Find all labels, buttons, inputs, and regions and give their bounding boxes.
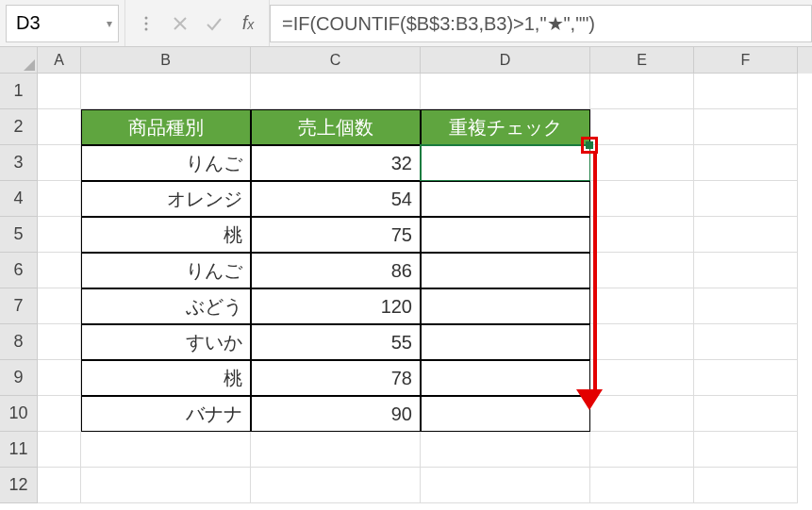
- cell-f5[interactable]: [694, 217, 798, 253]
- table-cell[interactable]: [421, 324, 590, 360]
- cell-a1[interactable]: [38, 74, 81, 109]
- table-cell[interactable]: 54: [251, 181, 421, 217]
- cell-a3[interactable]: [38, 145, 81, 181]
- col-header-a[interactable]: A: [38, 47, 81, 74]
- row-header[interactable]: 4: [0, 181, 38, 217]
- cell-e10[interactable]: [590, 396, 694, 432]
- fill-handle[interactable]: [586, 141, 593, 149]
- cell-f7[interactable]: [694, 288, 798, 324]
- cell-f9[interactable]: [694, 360, 798, 396]
- row-header[interactable]: 1: [0, 74, 38, 109]
- cell-e3[interactable]: [590, 145, 694, 181]
- dots-icon[interactable]: [133, 10, 159, 37]
- cell-c12[interactable]: [251, 468, 421, 503]
- cell-f8[interactable]: [694, 324, 798, 360]
- formula-bar-buttons: fx: [124, 0, 270, 46]
- table-cell[interactable]: 120: [251, 288, 421, 324]
- cell-e5[interactable]: [590, 217, 694, 253]
- col-header-e[interactable]: E: [590, 47, 694, 74]
- cell-c1[interactable]: [251, 74, 421, 109]
- cell-b11[interactable]: [81, 432, 251, 468]
- cell-a4[interactable]: [38, 181, 81, 217]
- cell-a8[interactable]: [38, 324, 81, 360]
- cell-a10[interactable]: [38, 396, 81, 432]
- cell-a7[interactable]: [38, 288, 81, 324]
- table-cell[interactable]: オレンジ: [81, 181, 251, 217]
- cell-b1[interactable]: [81, 74, 251, 109]
- table-cell[interactable]: 86: [251, 253, 421, 288]
- row-header[interactable]: 3: [0, 145, 38, 181]
- table-cell[interactable]: 32: [251, 145, 421, 181]
- table-cell[interactable]: 75: [251, 217, 421, 253]
- row-header[interactable]: 6: [0, 253, 38, 288]
- cell-f4[interactable]: [694, 181, 798, 217]
- cell-e4[interactable]: [590, 181, 694, 217]
- cell-e9[interactable]: [590, 360, 694, 396]
- cell-f6[interactable]: [694, 253, 798, 288]
- table-header[interactable]: 商品種別: [81, 109, 251, 145]
- cell-d1[interactable]: [421, 74, 590, 109]
- table-cell[interactable]: バナナ: [81, 396, 251, 432]
- row-header[interactable]: 9: [0, 360, 38, 396]
- row-header[interactable]: 2: [0, 109, 38, 145]
- formula-input[interactable]: =IF(COUNTIF($B$3:B3,B3)>1,"★",""): [270, 5, 812, 42]
- table-cell[interactable]: [421, 360, 590, 396]
- table-cell[interactable]: 桃: [81, 360, 251, 396]
- cell-f10[interactable]: [694, 396, 798, 432]
- col-header-c[interactable]: C: [251, 47, 421, 74]
- cell-a12[interactable]: [38, 468, 81, 503]
- select-all-corner[interactable]: [0, 47, 38, 74]
- fx-icon[interactable]: fx: [235, 10, 261, 37]
- table-cell[interactable]: りんご: [81, 145, 251, 181]
- cell-a9[interactable]: [38, 360, 81, 396]
- col-header-d[interactable]: D: [421, 47, 590, 74]
- col-header-f[interactable]: F: [694, 47, 798, 74]
- cancel-icon[interactable]: [167, 10, 193, 37]
- cell-a6[interactable]: [38, 253, 81, 288]
- table-cell[interactable]: [421, 288, 590, 324]
- table-cell[interactable]: 桃: [81, 217, 251, 253]
- cell-e11[interactable]: [590, 432, 694, 468]
- table-cell[interactable]: 55: [251, 324, 421, 360]
- col-header-b[interactable]: B: [81, 47, 251, 74]
- cell-e2[interactable]: [590, 109, 694, 145]
- cell-e1[interactable]: [590, 74, 694, 109]
- enter-icon[interactable]: [201, 10, 227, 37]
- table-cell[interactable]: 78: [251, 360, 421, 396]
- cell-a11[interactable]: [38, 432, 81, 468]
- cell-f12[interactable]: [694, 468, 798, 503]
- cell-e8[interactable]: [590, 324, 694, 360]
- table-cell[interactable]: [421, 181, 590, 217]
- cell-e7[interactable]: [590, 288, 694, 324]
- active-cell-d3[interactable]: [421, 145, 590, 181]
- cell-f2[interactable]: [694, 109, 798, 145]
- row-header[interactable]: 11: [0, 432, 38, 468]
- table-cell[interactable]: [421, 217, 590, 253]
- table-cell[interactable]: りんご: [81, 253, 251, 288]
- cell-a5[interactable]: [38, 217, 81, 253]
- row-header[interactable]: 5: [0, 217, 38, 253]
- cell-b12[interactable]: [81, 468, 251, 503]
- dropdown-icon[interactable]: ▾: [107, 17, 112, 30]
- row-header[interactable]: 8: [0, 324, 38, 360]
- table-cell[interactable]: ぶどう: [81, 288, 251, 324]
- cell-e6[interactable]: [590, 253, 694, 288]
- cell-f3[interactable]: [694, 145, 798, 181]
- row-header[interactable]: 7: [0, 288, 38, 324]
- name-box[interactable]: D3 ▾: [6, 5, 119, 42]
- cell-d12[interactable]: [421, 468, 590, 503]
- table-cell[interactable]: [421, 396, 590, 432]
- table-cell[interactable]: [421, 253, 590, 288]
- row-header[interactable]: 10: [0, 396, 38, 432]
- cell-d11[interactable]: [421, 432, 590, 468]
- cell-e12[interactable]: [590, 468, 694, 503]
- cell-f11[interactable]: [694, 432, 798, 468]
- cell-f1[interactable]: [694, 74, 798, 109]
- cell-a2[interactable]: [38, 109, 81, 145]
- table-cell[interactable]: すいか: [81, 324, 251, 360]
- table-cell[interactable]: 90: [251, 396, 421, 432]
- table-header[interactable]: 重複チェック: [421, 109, 590, 145]
- row-header[interactable]: 12: [0, 468, 38, 503]
- cell-c11[interactable]: [251, 432, 421, 468]
- table-header[interactable]: 売上個数: [251, 109, 421, 145]
